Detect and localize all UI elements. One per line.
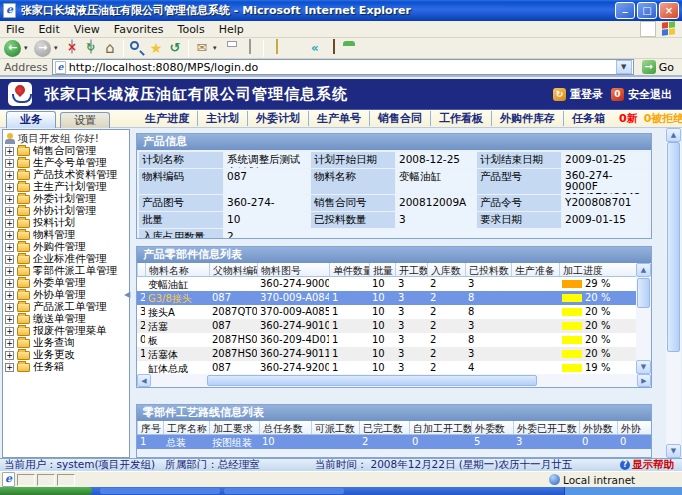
expand-icon[interactable]	[5, 315, 14, 324]
col-self-started[interactable]: 自加工开工数	[409, 421, 471, 434]
forward-button[interactable]	[34, 40, 51, 57]
table-row[interactable]: 3接头A2087QT002370-009-A085011032820 %	[137, 305, 636, 319]
close-button[interactable]	[659, 2, 679, 19]
col-parent-code[interactable]: 父物料编码	[209, 263, 257, 276]
expand-icon[interactable]	[5, 351, 14, 360]
go-button[interactable]: Go	[638, 60, 678, 74]
col-started[interactable]: 开工数	[395, 263, 427, 276]
scroll-thumb[interactable]	[667, 142, 680, 352]
scroll-left-arrow[interactable]	[137, 374, 151, 387]
menu-help[interactable]: Help	[219, 23, 244, 36]
nav-work-board[interactable]: 工作看板	[430, 111, 491, 126]
col-subcontract-clipped[interactable]: 外协	[617, 421, 651, 434]
nav-task-box[interactable]: 任务箱	[563, 111, 613, 126]
scroll-up-arrow[interactable]	[636, 263, 651, 277]
table-row-selected[interactable]: 2G3/8接头087370-009-A084011032820 %	[137, 291, 636, 305]
minimize-button[interactable]	[615, 2, 635, 19]
search-button[interactable]	[129, 40, 145, 56]
expand-icon[interactable]	[5, 183, 14, 192]
start-button[interactable]	[0, 487, 92, 495]
nav-production-order[interactable]: 生产单号	[308, 111, 369, 126]
col-in-stock[interactable]: 入库数	[427, 263, 465, 276]
scroll-down-arrow[interactable]	[636, 360, 651, 374]
col-total-tasks[interactable]: 总任务数	[259, 421, 311, 434]
nav-purchased-stock[interactable]: 外购件库存	[491, 111, 563, 126]
expand-icon[interactable]	[5, 195, 14, 204]
col-seq[interactable]: 序号	[137, 421, 163, 434]
col-drawing-no[interactable]: 物料图号	[257, 263, 329, 276]
home-button[interactable]	[102, 40, 118, 56]
col-progress[interactable]: 加工进度	[559, 263, 636, 276]
logout-button[interactable]: 安全退出	[611, 87, 672, 102]
back-button[interactable]	[4, 40, 21, 57]
buddy-button[interactable]	[345, 40, 361, 56]
nav-outsourcing-plan[interactable]: 外委计划	[247, 111, 308, 126]
edit-button[interactable]	[242, 40, 258, 56]
expand-icon[interactable]	[5, 291, 14, 300]
expand-icon[interactable]	[5, 303, 14, 312]
expand-icon[interactable]	[5, 207, 14, 216]
expand-icon[interactable]	[5, 267, 14, 276]
expand-icon[interactable]	[5, 255, 14, 264]
parts-table-vscrollbar[interactable]	[636, 263, 651, 374]
col-outsourced-started[interactable]: 外委已开工数	[513, 421, 579, 434]
table-row[interactable]: 1活塞体2087HS002360-274-9011W11032320 %	[137, 347, 636, 361]
table-row[interactable]: 缸体总成087360-274-9200F11032419 %	[137, 361, 636, 375]
sidebar-item-task-box[interactable]: 任务箱	[3, 361, 129, 373]
expand-icon[interactable]	[5, 243, 14, 252]
table-row[interactable]: 0板2087HS002360-209-4D01011032820 %	[137, 333, 636, 347]
messenger-button[interactable]	[307, 40, 323, 56]
refresh-button[interactable]	[83, 40, 99, 56]
col-batch[interactable]: 批量	[369, 263, 395, 276]
table-row[interactable]: 2活塞087360-274-9010F11032320 %	[137, 319, 636, 333]
sidebar-item-business-change[interactable]: 业务更改	[3, 349, 129, 361]
table-row[interactable]: 变幅油缸360-274-9000F1032329 %	[137, 277, 636, 291]
system-tray[interactable]	[564, 487, 682, 495]
browser-tool-button[interactable]	[288, 40, 304, 56]
menu-view[interactable]: View	[74, 23, 100, 36]
tab-settings[interactable]: 设置	[60, 112, 110, 128]
expand-icon[interactable]	[5, 231, 14, 240]
col-subcontract[interactable]: 外协数	[579, 421, 617, 434]
col-requirement[interactable]: 加工要求	[209, 421, 259, 434]
expand-icon[interactable]	[5, 219, 14, 228]
mail-dropdown[interactable]	[213, 44, 220, 52]
expand-icon[interactable]	[5, 171, 14, 180]
back-dropdown[interactable]	[24, 44, 31, 52]
scroll-right-arrow[interactable]	[637, 374, 651, 387]
scroll-thumb[interactable]	[207, 375, 537, 386]
col-prep[interactable]: 生产准备	[511, 263, 559, 276]
scroll-up-arrow[interactable]	[666, 128, 681, 142]
expand-icon[interactable]	[5, 363, 14, 372]
maximize-button[interactable]	[637, 2, 657, 19]
notes-button[interactable]	[269, 40, 285, 56]
taskbar-button[interactable]	[224, 488, 344, 494]
expand-icon[interactable]	[5, 159, 14, 168]
expand-icon[interactable]	[5, 147, 14, 156]
favorites-button[interactable]	[148, 40, 164, 56]
expand-icon[interactable]	[5, 339, 14, 348]
parts-table-hscrollbar[interactable]	[137, 374, 651, 387]
badge-new[interactable]: 0新	[619, 111, 638, 126]
menu-edit[interactable]: Edit	[38, 23, 59, 36]
nav-production-progress[interactable]: 生产进度	[137, 111, 197, 126]
col-dispatchable[interactable]: 可派工数	[311, 421, 359, 434]
expand-icon[interactable]	[5, 327, 14, 336]
taskbar-button[interactable]	[100, 488, 220, 494]
stop-button[interactable]	[64, 40, 80, 56]
col-unit-qty[interactable]: 单件数量	[329, 263, 369, 276]
menu-tools[interactable]: Tools	[178, 23, 205, 36]
tab-business[interactable]: 业务	[6, 111, 56, 128]
col-material-name[interactable]: 物料名称	[145, 263, 209, 276]
address-input[interactable]	[67, 61, 616, 74]
scroll-thumb[interactable]	[637, 278, 650, 308]
col-fed[interactable]: 已投料数	[465, 263, 511, 276]
nav-master-plan[interactable]: 主计划	[197, 111, 247, 126]
col-process-name[interactable]: 工序名称	[163, 421, 209, 434]
menu-file[interactable]: File	[6, 23, 24, 36]
page-vscrollbar[interactable]	[666, 128, 681, 458]
research-button[interactable]	[326, 40, 342, 56]
mail-button[interactable]	[194, 40, 210, 56]
show-help-link[interactable]: 显示帮助	[620, 458, 674, 472]
col-outsourced[interactable]: 外委数	[471, 421, 513, 434]
